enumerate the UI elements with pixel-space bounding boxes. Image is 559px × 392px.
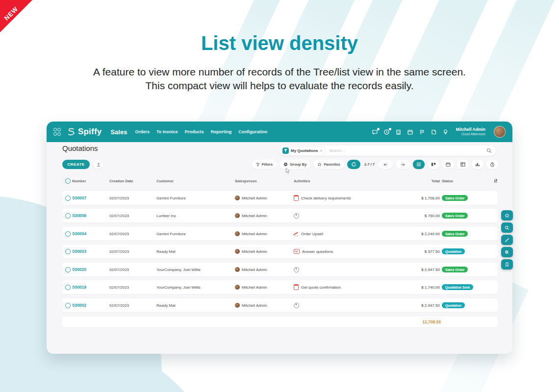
creation-date: 02/07/2023 [109, 214, 156, 218]
salesperson-cell: Mitchell Admin [235, 303, 294, 308]
enterprise-icon[interactable] [395, 129, 402, 135]
table-row[interactable]: S00020 02/07/2023 YourCompany, Joel Will… [62, 263, 498, 276]
note-icon[interactable] [431, 129, 437, 135]
search-bar[interactable]: My Quotations × [280, 146, 496, 156]
pager-prev-button[interactable] [379, 160, 393, 169]
create-button[interactable]: CREATE [62, 160, 90, 169]
view-graph-button[interactable] [472, 160, 483, 169]
pager-next-button[interactable] [396, 160, 410, 169]
quotation-number[interactable]: S00004 [72, 231, 109, 236]
view-pivot-button[interactable] [457, 160, 469, 169]
row-checkbox[interactable] [65, 213, 71, 219]
table-row[interactable]: S00019 02/07/2023 YourCompany, Joel Will… [62, 280, 498, 294]
row-checkbox[interactable] [65, 285, 71, 290]
optional-columns-button[interactable] [493, 178, 498, 183]
activity-cell[interactable] [294, 267, 377, 272]
refresh-button[interactable] [347, 160, 360, 169]
view-kanban-button[interactable] [428, 160, 439, 169]
group-by-button[interactable]: Group By [280, 160, 310, 169]
col-number[interactable]: Number [72, 179, 109, 183]
activity-cell[interactable]: Order Upsell [294, 232, 377, 236]
pivot-view-icon [460, 162, 465, 167]
nav-reporting[interactable]: Reporting [211, 129, 232, 134]
salesperson-avatar [235, 231, 240, 236]
col-customer[interactable]: Customer [156, 179, 235, 183]
row-checkbox[interactable] [65, 267, 71, 272]
col-status[interactable]: Status [441, 179, 493, 183]
row-checkbox[interactable] [65, 231, 71, 237]
salesperson-name: Mitchell Admin [242, 196, 267, 200]
favorites-button[interactable]: Favorites [313, 160, 344, 169]
creation-date: 02/07/2023 [109, 268, 156, 272]
activity-cell[interactable]: Check delivery requirements [294, 195, 377, 201]
total-amount: $ 377.50 [377, 249, 441, 254]
quotation-number[interactable]: S00002 [72, 303, 109, 308]
row-checkbox[interactable] [65, 303, 71, 308]
fab-bookmark-button[interactable] [501, 259, 513, 270]
filters-button[interactable]: Filters [252, 160, 277, 169]
activity-cell[interactable] [294, 213, 377, 219]
quotation-number[interactable]: S00007 [72, 196, 109, 200]
col-creation-date[interactable]: Creation Date [109, 179, 156, 183]
table-row[interactable]: S00007 02/07/2023 Gemini Furniture Mitch… [62, 191, 498, 205]
status-badge: Sales Order [442, 267, 468, 272]
row-checkbox[interactable] [65, 249, 71, 254]
user-menu[interactable]: Mitchell Admin Good Afternoon [456, 127, 485, 136]
table-row[interactable]: S00003 02/07/2023 Ready Mat Mitchell Adm… [62, 245, 498, 258]
fab-edit-button[interactable] [501, 235, 513, 245]
announcement-icon[interactable] [419, 129, 425, 135]
total-amount: $ 1,740.00 [377, 285, 441, 290]
customer-name: Ready Mat [156, 303, 235, 308]
bulb-icon[interactable] [442, 129, 449, 135]
search-icon[interactable] [486, 148, 492, 153]
funnel-icon [256, 163, 260, 167]
table-row[interactable]: S00004 02/07/2023 Gemini Furniture Mitch… [62, 227, 498, 241]
fab-favorite-button[interactable] [501, 210, 513, 220]
nav-configuration[interactable]: Configuration [238, 129, 267, 134]
nav-products[interactable]: Products [185, 129, 204, 134]
customer-name: YourCompany, Joel Willis [156, 285, 235, 290]
search-input[interactable] [328, 148, 484, 153]
user-avatar[interactable] [494, 126, 506, 138]
row-checkbox[interactable] [65, 196, 71, 201]
activity-cell[interactable]: Answer questions [294, 249, 377, 254]
quotation-number[interactable]: S00003 [72, 249, 109, 254]
creation-date: 02/07/2023 [109, 232, 156, 236]
nav-orders[interactable]: Orders [135, 129, 150, 134]
activity-cell[interactable] [294, 303, 377, 308]
status-badge: Quotation Sent [442, 284, 473, 290]
col-salesperson[interactable]: Salesperson [235, 179, 294, 183]
table-row[interactable]: S00006 02/07/2023 Lumber Inc Mitchell Ad… [62, 209, 498, 222]
col-total[interactable]: Total [377, 179, 441, 183]
table-row[interactable]: S00002 02/07/2023 Ready Mat Mitchell Adm… [62, 298, 498, 312]
filter-chip[interactable]: My Quotations × [281, 147, 326, 155]
view-calendar-button[interactable] [442, 160, 454, 169]
col-activities[interactable]: Activities [294, 179, 377, 183]
current-app[interactable]: Sales [110, 128, 127, 136]
activities-icon[interactable] [383, 129, 390, 135]
quotation-number[interactable]: S00006 [72, 213, 109, 218]
view-list-button[interactable] [413, 160, 425, 169]
subtitle-line-1: A feature to view more number of records… [0, 65, 559, 79]
user-name: Mitchell Admin [456, 127, 485, 132]
view-activity-button[interactable] [486, 160, 498, 169]
salesperson-avatar [235, 303, 240, 308]
remove-filter-icon[interactable]: × [320, 148, 323, 153]
arrow-right-icon [401, 163, 405, 167]
messages-icon[interactable] [372, 129, 378, 135]
export-button[interactable] [94, 160, 103, 169]
salesperson-name: Mitchell Admin [242, 285, 267, 290]
quotation-number[interactable]: S00020 [72, 267, 109, 272]
nav-to-invoice[interactable]: To Invoice [156, 129, 178, 134]
export-icon [96, 162, 101, 167]
quotation-number[interactable]: S00019 [72, 285, 109, 290]
fab-search-button[interactable] [501, 222, 513, 233]
activity-cell[interactable]: Get quote confirmation [294, 284, 377, 290]
select-all-checkbox[interactable] [65, 178, 71, 184]
calendar-icon[interactable] [407, 129, 413, 135]
fab-zoom-button[interactable] [501, 247, 513, 257]
app-nav: Orders To Invoice Products Reporting Con… [135, 129, 267, 134]
status-badge: Quotation [442, 302, 465, 308]
apps-menu-icon[interactable] [53, 128, 60, 136]
salesperson-cell: Mitchell Admin [235, 231, 294, 236]
